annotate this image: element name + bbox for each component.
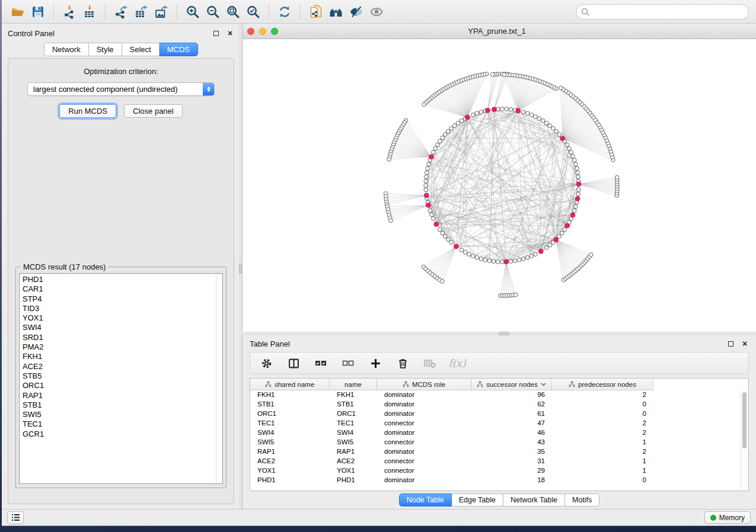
tab-mcds[interactable]: MCDS: [160, 43, 198, 56]
show-panels-button[interactable]: [7, 511, 24, 524]
list-item[interactable]: FKH1: [23, 352, 216, 361]
apply-layout-button[interactable]: [275, 2, 295, 21]
horizontal-splitter[interactable]: [242, 332, 756, 335]
list-scrollbar[interactable]: [216, 274, 222, 483]
table-scrollbar[interactable]: [741, 391, 748, 490]
tab-motifs[interactable]: Motifs: [565, 493, 599, 507]
import-network-icon: [62, 5, 76, 19]
splitter-handle[interactable]: [239, 264, 242, 273]
open-file-button[interactable]: [8, 2, 28, 21]
zoom-in-button[interactable]: [183, 2, 203, 21]
column-header[interactable]: MCDS role: [377, 379, 471, 390]
refresh-icon: [277, 5, 292, 19]
table-row[interactable]: STB1STB1dominator620: [250, 400, 741, 409]
close-panel-button[interactable]: Close panel: [124, 104, 183, 118]
list-item[interactable]: ORC1: [23, 381, 216, 390]
new-network-from-selection-button[interactable]: [306, 2, 326, 21]
column-header[interactable]: predecessor nodes: [552, 379, 653, 390]
table-options-button[interactable]: [260, 356, 273, 370]
column-header[interactable]: successor nodes: [471, 379, 552, 390]
table-row[interactable]: ACE2ACE2connector311: [250, 457, 741, 466]
find-button[interactable]: [326, 2, 346, 21]
deselect-all-button[interactable]: [342, 356, 355, 370]
zoom-out-button[interactable]: [203, 2, 223, 21]
scrollbar-thumb[interactable]: [742, 392, 747, 448]
table-cell: dominator: [377, 428, 471, 438]
tab-network[interactable]: Network: [44, 43, 89, 56]
table-row[interactable]: YOX1YOX1connector291: [250, 466, 741, 476]
list-item[interactable]: GCR1: [23, 430, 216, 439]
memory-button[interactable]: Memory: [704, 511, 751, 524]
list-item[interactable]: SRD1: [23, 333, 216, 342]
network-window-title: YPA_prune.txt_1: [243, 27, 751, 36]
table-cell: 1: [552, 466, 653, 476]
list-item[interactable]: CAR1: [23, 284, 216, 294]
table-row[interactable]: RAP1RAP1dominator352: [250, 447, 741, 457]
list-item[interactable]: STP4: [23, 294, 216, 304]
eye-icon: [369, 5, 384, 19]
list-item[interactable]: STB1: [23, 400, 216, 410]
node-table: shared namenameMCDS rolesuccessor nodesp…: [250, 378, 749, 491]
list-item[interactable]: RAP1: [23, 391, 216, 400]
show-hide-button[interactable]: [366, 2, 387, 21]
table-row[interactable]: PHD1PHD1dominator180: [250, 476, 741, 485]
list-item[interactable]: STB5: [23, 371, 216, 381]
table-row[interactable]: FKH1FKH1dominator962: [250, 390, 741, 400]
list-item[interactable]: PHD1: [23, 275, 216, 284]
tab-style[interactable]: Style: [89, 43, 122, 56]
list-item[interactable]: YOX1: [23, 313, 216, 323]
network-canvas[interactable]: [243, 39, 756, 332]
import-network-button[interactable]: [59, 2, 79, 21]
close-panel-icon[interactable]: ×: [741, 339, 749, 348]
list-item[interactable]: SWI5: [23, 410, 216, 419]
table-cell: 2: [552, 428, 653, 438]
split-panel-button[interactable]: [287, 356, 300, 370]
zoom-fit-button[interactable]: [223, 2, 243, 21]
list-item[interactable]: TID3: [23, 304, 216, 313]
export-table-button[interactable]: [131, 2, 151, 21]
select-all-button[interactable]: [314, 356, 327, 370]
table-cell: dominator: [377, 447, 471, 457]
delete-table-button[interactable]: [423, 356, 436, 370]
list-icon: [11, 514, 20, 521]
list-item[interactable]: PMA2: [23, 342, 216, 352]
list-item[interactable]: ACE2: [23, 362, 216, 371]
tab-network-table[interactable]: Network Table: [503, 493, 565, 507]
list-item[interactable]: SWI4: [23, 323, 216, 332]
table-row[interactable]: ORC1ORC1dominator610: [250, 409, 741, 419]
toolbar-separator: [177, 4, 177, 20]
import-table-button[interactable]: [79, 2, 100, 21]
table-row[interactable]: SWI4SWI4dominator462: [250, 428, 741, 438]
float-panel-icon[interactable]: [726, 339, 735, 348]
table-cell: 18: [471, 476, 552, 485]
splitter-handle[interactable]: [499, 332, 509, 335]
list-item[interactable]: TEC1: [23, 419, 216, 429]
checked-boxes-icon: [315, 358, 327, 368]
close-panel-icon[interactable]: ×: [226, 29, 234, 37]
vertical-splitter[interactable]: [239, 24, 242, 509]
table-cell: 0: [552, 409, 653, 419]
table-panel-title: Table Panel: [250, 339, 290, 348]
toggle-graphics-details-button[interactable]: [346, 2, 366, 21]
delete-column-button[interactable]: [396, 356, 409, 370]
export-network-icon: [114, 5, 128, 19]
search-input[interactable]: [592, 8, 744, 16]
float-panel-icon[interactable]: [212, 29, 220, 37]
table-cell: SWI4: [330, 428, 377, 438]
tab-node-table[interactable]: Node Table: [399, 493, 452, 507]
run-mcds-button[interactable]: Run MCDS: [59, 104, 116, 118]
export-network-button[interactable]: [111, 2, 131, 21]
tab-select[interactable]: Select: [122, 43, 160, 56]
table-row[interactable]: SWI5SWI5connector431: [250, 438, 741, 447]
column-header[interactable]: shared name: [250, 379, 330, 390]
export-image-button[interactable]: [151, 2, 171, 21]
tab-edge-table[interactable]: Edge Table: [452, 493, 503, 507]
add-column-button[interactable]: [369, 356, 382, 370]
optimization-criterion-dropdown[interactable]: largest connected component (undirected): [27, 82, 215, 96]
network-graph[interactable]: [243, 39, 756, 331]
function-builder-button[interactable]: f(x): [451, 356, 464, 370]
table-row[interactable]: TEC1TEC1connector472: [250, 419, 741, 428]
column-header[interactable]: name: [330, 379, 377, 390]
zoom-selected-button[interactable]: [243, 2, 263, 21]
save-session-button[interactable]: [28, 2, 48, 21]
